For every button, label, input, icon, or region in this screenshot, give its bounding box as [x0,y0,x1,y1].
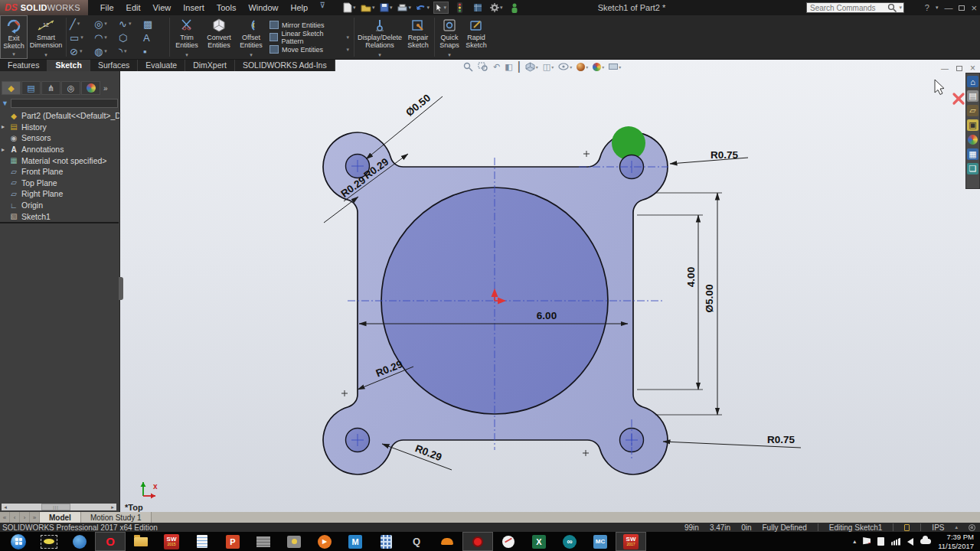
dimxpertmanager-tab[interactable]: ◎ [61,81,80,95]
action-center-flag-icon[interactable] [863,537,871,546]
dim-fillet-bottom[interactable]: R0.29 [413,442,443,463]
menu-view[interactable]: View [147,0,178,15]
help-globe-icon[interactable] [969,524,975,531]
motion-study-tab[interactable]: Motion Study 1 [81,512,152,523]
start-button[interactable] [3,532,34,551]
pin-menu-icon[interactable]: ⊽ [317,0,328,11]
model-tab[interactable]: Model [40,512,81,523]
tree-item-annotations[interactable]: ▸ A Annotations [0,144,119,155]
taskbar-calculator[interactable] [371,532,401,551]
quick-snaps-caret[interactable] [448,52,451,58]
volume-icon[interactable] [907,538,913,546]
taskbar-malwarebytes[interactable]: M [340,532,371,551]
tree-item-front-plane[interactable]: ▱ Front Plane [0,166,119,178]
tab-features[interactable]: Features [0,60,47,71]
dim-width[interactable]: 6.00 [537,310,557,321]
repair-sketch-button[interactable]: Repair Sketch [403,15,433,59]
shaded-region-tool[interactable]: ▩ [143,17,166,31]
dim-bolt-circle[interactable]: Ø5.00 [704,285,715,313]
unit-system-selector[interactable]: IPS [932,523,944,532]
print-button[interactable] [397,2,412,14]
network-signal-icon[interactable] [891,538,900,546]
settings-gear-button[interactable] [488,2,504,14]
tab-scroll-prev[interactable]: ‹ [10,512,20,523]
text-tool[interactable]: A [143,31,166,44]
mirror-entities-button[interactable]: Mirror Entities [270,20,349,31]
display-delete-caret[interactable] [378,52,381,58]
tab-scroll-last[interactable]: » [30,512,40,523]
taskbar-document[interactable] [187,532,217,551]
menu-tools[interactable]: Tools [211,0,243,15]
propertymanager-tab[interactable]: ▤ [21,81,41,95]
select-cursor-button[interactable] [433,2,449,14]
exit-sketch-caret[interactable] [12,51,15,57]
scroll-left-arrow[interactable]: ◂ [2,504,9,510]
tree-item-material[interactable]: ▦ Material <not specified> [0,155,119,166]
featuremanager-tree-tab[interactable]: ◆ [2,81,21,95]
cancel-sketch-icon[interactable] [954,94,963,103]
offset-entities-button[interactable]: Offset Entities [236,15,266,59]
help-button[interactable]: ? [925,3,929,12]
dim-lobe-radius-bottom[interactable]: R0.75 [767,434,795,445]
taskbar-bricks[interactable] [248,532,279,551]
move-entities-button[interactable]: Move Entities [270,44,349,55]
polygon-tool[interactable]: ⬡ [119,31,142,44]
tab-solidworks-addins[interactable]: SOLIDWORKS Add-Ins [235,60,335,71]
sketch-viewport[interactable]: 6.00 4.00 Ø5.00 R0.75 R0.75 Ø0.50 R0.29 … [120,60,980,512]
expand-arrow[interactable]: ▸ [2,146,8,153]
search-options-caret[interactable] [899,5,902,11]
exit-sketch-button[interactable]: Exit Sketch [0,15,28,59]
restore-window-button[interactable] [959,5,965,11]
tree-item-sketch1[interactable]: ▧ Sketch1 [0,210,119,222]
taskbar-excel[interactable]: X [524,532,554,551]
taskbar-solidworks-2017[interactable]: SW2017 [616,532,646,551]
smart-dimension-caret[interactable] [44,52,47,58]
tab-evaluate[interactable]: Evaluate [138,60,185,71]
scroll-right-arrow[interactable]: ▸ [109,504,116,510]
selection-filter-button[interactable] [452,2,467,14]
trim-entities-caret[interactable] [185,52,188,58]
tab-surfaces[interactable]: Surfaces [90,60,138,71]
open-document-button[interactable] [360,2,375,14]
tab-dimxpert[interactable]: DimXpert [185,60,235,71]
taskbar-hat-app[interactable] [432,532,462,551]
rollback-bar[interactable] [0,222,119,223]
search-icon[interactable] [887,3,897,13]
arc-tool[interactable]: ◠ [94,31,117,44]
offset-entities-caret[interactable] [250,52,253,58]
display-delete-relations-button[interactable]: Display/Delete Relations [356,15,403,59]
taskbar-powerpoint[interactable]: P [217,532,248,551]
trim-entities-button[interactable]: Trim Entities [172,15,202,59]
search-commands-box[interactable] [806,2,904,13]
dim-height[interactable]: 4.00 [685,267,697,287]
dim-hole-diameter[interactable]: Ø0.50 [403,92,433,119]
panel-horizontal-scrollbar[interactable]: ◂ ||| ▸ [2,504,116,510]
taskbar-snipping-tool[interactable] [493,532,524,551]
linear-pattern-caret[interactable] [346,34,349,41]
expand-arrow[interactable]: ▸ [2,123,8,130]
tray-clock[interactable]: 7:39 PM 11/15/2017 [938,533,974,550]
quick-snaps-button[interactable]: Quick Snaps [436,15,462,59]
smart-dimension-button[interactable]: 12 Smart Dimension [28,15,64,59]
tree-item-top-plane[interactable]: ▱ Top Plane [0,178,119,189]
rapid-sketch-button[interactable]: Rapid Sketch [462,15,490,59]
configurationmanager-tab[interactable]: ⋔ [41,81,60,95]
tray-document-icon[interactable] [877,537,884,546]
tray-overflow-caret[interactable]: ▴ [853,538,856,545]
taskbar-mathcad[interactable]: MC [585,532,616,551]
circle-tool[interactable]: ◎ [94,17,117,31]
tree-filter-input[interactable] [11,99,118,108]
point-tool[interactable]: ▪ [143,44,166,58]
panel-tabs-overflow-chevron[interactable]: » [103,84,108,93]
tree-item-history[interactable]: ▸ ▤ History [0,122,119,133]
new-document-button[interactable] [341,2,357,14]
ellipse-tool[interactable]: ◍ [94,44,117,58]
save-button[interactable] [378,2,394,14]
taskbar-utility[interactable] [279,532,309,551]
minimize-window-button[interactable]: — [944,3,952,12]
graphics-area[interactable]: ↶ ◧ | ◫ — × ⌂ ▤ ▱ ▣ ▦ ❏ [120,60,980,512]
taskbar-batman[interactable] [34,532,64,551]
onedrive-cloud-icon[interactable] [920,539,931,544]
tree-item-sensors[interactable]: ◉ Sensors [0,132,119,144]
taskbar-file-explorer[interactable] [126,532,156,551]
